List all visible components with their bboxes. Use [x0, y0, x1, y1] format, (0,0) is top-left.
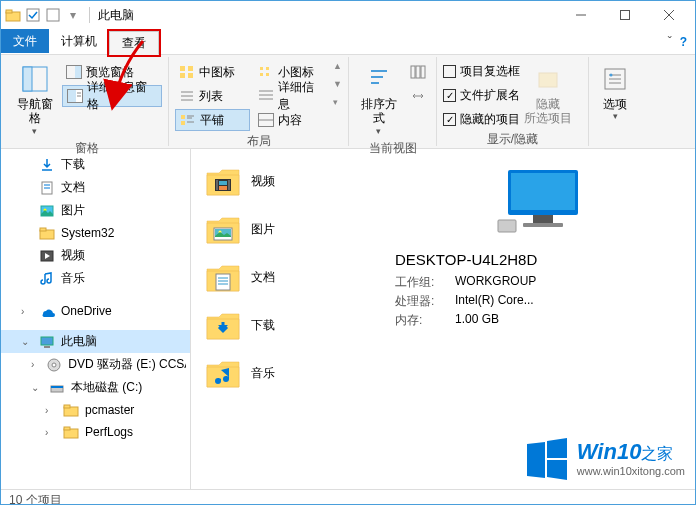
sort-button[interactable]: 排序方式 ▾: [355, 61, 402, 138]
item-count: 10 个项目: [9, 492, 62, 505]
details-button[interactable]: 详细信息: [254, 85, 329, 107]
nav-downloads[interactable]: 下载: [1, 153, 190, 176]
nav-localc[interactable]: ⌄本地磁盘 (C:): [1, 376, 190, 399]
nav-videos[interactable]: 视频: [1, 244, 190, 267]
list-button[interactable]: 列表: [175, 85, 250, 107]
minimize-button[interactable]: [559, 1, 603, 29]
hide-icon: [532, 63, 564, 95]
svg-rect-23: [181, 115, 185, 119]
svg-rect-52: [40, 228, 46, 231]
svg-rect-65: [216, 180, 218, 190]
preview-pane-icon: [66, 64, 82, 80]
nav-pcmaster[interactable]: ›pcmaster: [1, 399, 190, 421]
tab-file[interactable]: 文件: [1, 29, 49, 53]
nav-onedrive[interactable]: ›OneDrive: [1, 300, 190, 322]
file-pictures[interactable]: 图片: [199, 205, 383, 253]
medium-icons-button[interactable]: 中图标: [175, 61, 250, 83]
help-icon[interactable]: ?: [680, 35, 687, 49]
nav-music[interactable]: 音乐: [1, 267, 190, 290]
computer-icon: [39, 334, 55, 350]
nav-documents[interactable]: 文档: [1, 176, 190, 199]
layout-scroll-down[interactable]: ▼: [333, 79, 342, 89]
nav-pane-icon: [19, 63, 51, 95]
file-music[interactable]: 音乐: [199, 349, 383, 397]
svg-rect-3: [47, 9, 59, 21]
add-columns-button[interactable]: [406, 61, 430, 83]
layout-scroll-up[interactable]: ▲: [333, 61, 342, 71]
nav-system32[interactable]: System32: [1, 222, 190, 244]
svg-rect-17: [188, 66, 193, 71]
close-button[interactable]: [647, 1, 691, 29]
hide-selected-button[interactable]: 隐藏 所选项目: [524, 61, 572, 128]
file-documents[interactable]: 文档: [199, 253, 383, 301]
svg-point-57: [52, 363, 56, 367]
file-videos[interactable]: 视频: [199, 157, 383, 205]
columns-icon: [410, 64, 426, 80]
svg-rect-31: [266, 73, 269, 76]
disc-icon: [46, 357, 62, 373]
svg-rect-42: [421, 66, 425, 78]
tiles-icon: [180, 112, 196, 128]
watermark: Win10之家 www.win10xitong.com: [525, 436, 685, 480]
minimize-ribbon-icon[interactable]: ˇ: [668, 35, 672, 49]
group-label-showhide: 显示/隐藏: [443, 129, 582, 150]
videos-icon: [39, 248, 55, 264]
svg-rect-16: [180, 66, 185, 71]
svg-rect-30: [260, 73, 263, 76]
svg-rect-81: [498, 220, 516, 232]
list-icon: [179, 88, 195, 104]
file-downloads[interactable]: 下载: [199, 301, 383, 349]
checkbox-icon[interactable]: [25, 7, 41, 23]
documents-folder-icon: [205, 259, 241, 295]
svg-rect-80: [523, 223, 563, 227]
svg-rect-72: [216, 274, 230, 290]
options-button[interactable]: 选项 ▾: [595, 61, 635, 123]
nav-perflogs[interactable]: ›PerfLogs: [1, 421, 190, 443]
layout-expand[interactable]: ▾: [333, 97, 342, 107]
maximize-button[interactable]: [603, 1, 647, 29]
svg-rect-19: [188, 73, 193, 78]
hidden-items-toggle[interactable]: ✓隐藏的项目: [443, 109, 520, 129]
tab-view[interactable]: 查看: [109, 31, 159, 55]
svg-rect-29: [266, 67, 269, 70]
svg-rect-11: [75, 66, 81, 78]
svg-rect-26: [181, 121, 185, 125]
nav-pictures[interactable]: 图片: [1, 199, 190, 222]
qat-overflow-icon[interactable]: ▾: [65, 7, 81, 23]
tiles-button[interactable]: 平铺: [175, 109, 250, 131]
nav-dvd[interactable]: ›DVD 驱动器 (E:) CCSA_X64: [1, 353, 190, 376]
item-checkboxes-toggle[interactable]: 项目复选框: [443, 61, 520, 81]
options-icon: [599, 63, 631, 95]
size-columns-button[interactable]: [406, 85, 430, 107]
document-icon: [39, 180, 55, 196]
content-icon: [258, 112, 274, 128]
svg-rect-40: [411, 66, 415, 78]
nav-pane-button[interactable]: 导航窗格 ▾: [11, 61, 58, 138]
file-extensions-toggle[interactable]: ✓文件扩展名: [443, 85, 520, 105]
content-button[interactable]: 内容: [254, 109, 329, 131]
svg-rect-1: [6, 10, 12, 13]
svg-rect-59: [51, 386, 63, 388]
music-icon: [39, 271, 55, 287]
music-folder-icon: [205, 355, 241, 391]
svg-rect-5: [621, 11, 630, 20]
details-icon: [258, 88, 274, 104]
drive-icon: [49, 380, 65, 396]
downloads-icon: [39, 157, 55, 173]
downloads-folder-icon: [205, 307, 241, 343]
dropdown-icon[interactable]: [45, 7, 61, 23]
nav-tree[interactable]: 下载 文档 图片 System32 视频 音乐 ›OneDrive ⌄此电脑 ›…: [1, 149, 191, 489]
svg-rect-68: [219, 186, 227, 190]
svg-point-45: [610, 74, 613, 77]
folder-icon: [63, 402, 79, 418]
details-pane-button[interactable]: 详细信息窗格: [62, 85, 162, 107]
svg-rect-61: [64, 405, 70, 408]
file-list[interactable]: 视频 图片 文档 下载 音乐: [191, 149, 391, 489]
svg-rect-43: [539, 73, 557, 87]
svg-rect-54: [41, 337, 53, 345]
folder-icon: [39, 225, 55, 241]
nav-thispc[interactable]: ⌄此电脑: [1, 330, 190, 353]
tab-computer[interactable]: 计算机: [49, 29, 109, 53]
svg-rect-9: [23, 67, 32, 91]
svg-rect-28: [260, 67, 263, 70]
